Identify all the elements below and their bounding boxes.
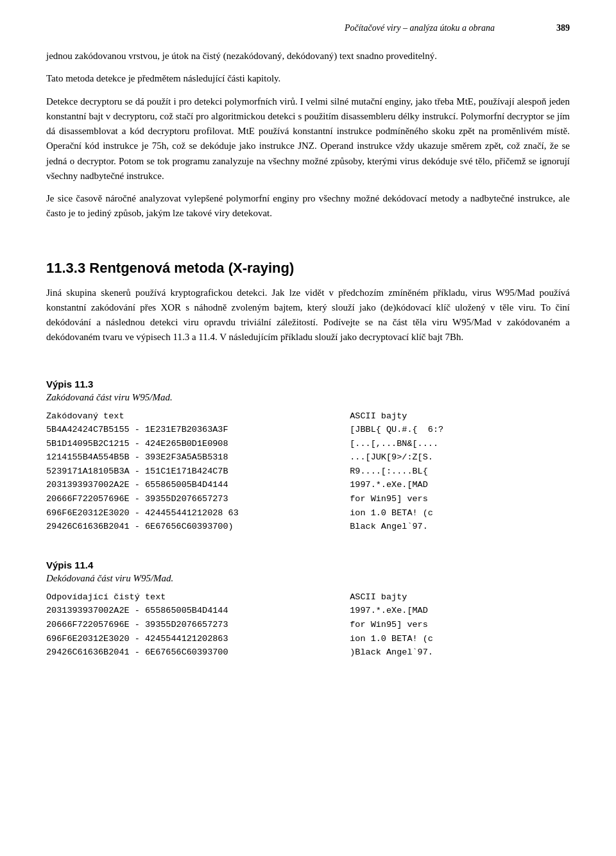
vypis-11-4-description: Dekódovaná část viru W95/Mad. (46, 573, 570, 584)
page-header: Počítačové viry – analýza útoku a obrana… (46, 23, 570, 33)
vypis-11-3-label: Výpis 11.3 (46, 379, 570, 389)
section-text: Jiná skupina skenerů používá kryptografi… (46, 286, 570, 345)
section-heading: 11.3.3 Rentgenová metoda (X-raying) (46, 260, 570, 277)
vypis-11-3-description: Zakódovaná část viru W95/Mad. (46, 392, 570, 403)
vypis-11-4-table: Odpovídající čistý text 2031393937002A2E… (46, 590, 570, 660)
paragraph-4: Je sice časově náročné analyzovat vylepš… (46, 191, 570, 221)
vypis-11-4-col-left: Odpovídající čistý text 2031393937002A2E… (46, 590, 350, 660)
vypis-11-4-col-right: ASCII bajty 1997.*.eXe.[MAD for Win95] v… (350, 590, 570, 660)
header-title: Počítačové viry – analýza útoku a obrana (295, 23, 544, 33)
vypis-11-4-label: Výpis 11.4 (46, 560, 570, 570)
paragraph-2: Tato metoda detekce je předmětem následu… (46, 71, 570, 86)
paragraph-1: jednou zakódovanou vrstvou, je útok na č… (46, 49, 570, 64)
page: Počítačové viry – analýza útoku a obrana… (0, 0, 616, 856)
header-page-number: 389 (544, 23, 570, 33)
vypis-11-3-col-left: Zakódovaný text 5B4A42424C7B5155 - 1E231… (46, 409, 350, 534)
paragraph-3: Detekce decryptoru se dá použít i pro de… (46, 94, 570, 184)
vypis-11-3-col-right: ASCII bajty [JBBL{ QU.#.{ 6:? [...[,...B… (350, 409, 570, 534)
vypis-11-3-table: Zakódovaný text 5B4A42424C7B5155 - 1E231… (46, 409, 570, 534)
